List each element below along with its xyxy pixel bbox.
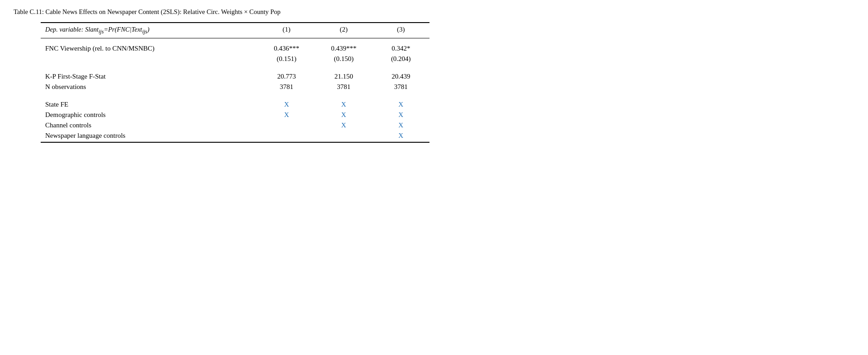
newspaper-lang-controls-row: Newspaper language controls X: [41, 130, 429, 140]
fnc-col1-main: 0.436***: [258, 43, 315, 53]
fnc-viewership-se-label: [41, 53, 258, 64]
header-row: Dep. variable: Slantijs=Pr(FNC|Textijs) …: [41, 23, 429, 38]
n-obs-col3: 3781: [373, 81, 429, 92]
table-caption: Table C.11: Cable News Effects on Newspa…: [14, 8, 854, 16]
spacer-before-fnc: [41, 38, 429, 43]
state-fe-col3: X: [373, 99, 429, 109]
channel-controls-col3: X: [373, 120, 429, 130]
n-obs-row: N observations 3781 3781 3781: [41, 81, 429, 92]
fnc-viewership-se-row: (0.151) (0.150) (0.204): [41, 53, 429, 64]
demo-controls-col3: X: [373, 109, 429, 120]
fnc-viewership-row: FNC Viewership (rel. to CNN/MSNBC) 0.436…: [41, 43, 429, 53]
fnc-col1-se: (0.151): [258, 53, 315, 64]
fnc-col3-main: 0.342*: [373, 43, 429, 53]
stats-table: Dep. variable: Slantijs=Pr(FNC|Textijs) …: [41, 22, 429, 143]
dep-var-colon: :: [81, 26, 84, 33]
demo-controls-label: Demographic controls: [41, 109, 258, 120]
col1-header: (1): [258, 23, 315, 38]
n-obs-col2: 3781: [315, 81, 372, 92]
demo-controls-row: Demographic controls X X X: [41, 109, 429, 120]
page-wrapper: Table C.11: Cable News Effects on Newspa…: [14, 8, 854, 143]
state-fe-row: State FE X X X: [41, 99, 429, 109]
n-obs-label: N observations: [41, 81, 258, 92]
col3-header: (3): [373, 23, 429, 38]
kp-fstat-label: K-P First-Stage F-Stat: [41, 71, 258, 81]
n-obs-col1: 3781: [258, 81, 315, 92]
spacer-after-fnc: [41, 64, 429, 71]
slant-subscript: ijs: [99, 28, 104, 35]
dep-var-cell: Dep. variable: Slantijs=Pr(FNC|Textijs): [41, 23, 258, 38]
dep-var-label: Dep. variable: [45, 26, 81, 33]
fnc-viewership-label: FNC Viewership (rel. to CNN/MSNBC): [41, 43, 258, 53]
text-subscript: ijs: [142, 28, 147, 35]
kp-fstat-col2: 21.150: [315, 71, 372, 81]
newspaper-lang-label: Newspaper language controls: [41, 130, 258, 140]
channel-controls-label: Channel controls: [41, 120, 258, 130]
state-fe-col1: X: [258, 99, 315, 109]
col2-header: (2): [315, 23, 372, 38]
kp-fstat-row: K-P First-Stage F-Stat 20.773 21.150 20.…: [41, 71, 429, 81]
fnc-col2-se: (0.150): [315, 53, 372, 64]
newspaper-lang-col3: X: [373, 130, 429, 140]
newspaper-lang-col2: [315, 130, 372, 140]
fnc-col2-main: 0.439***: [315, 43, 372, 53]
kp-fstat-col3: 20.439: [373, 71, 429, 81]
channel-controls-col2: X: [315, 120, 372, 130]
kp-fstat-col1: 20.773: [258, 71, 315, 81]
spacer-before-controls: [41, 92, 429, 99]
channel-controls-col1: [258, 120, 315, 130]
state-fe-col2: X: [315, 99, 372, 109]
state-fe-label: State FE: [41, 99, 258, 109]
demo-controls-col2: X: [315, 109, 372, 120]
fnc-col3-se: (0.204): [373, 53, 429, 64]
channel-controls-row: Channel controls X X: [41, 120, 429, 130]
demo-controls-col1: X: [258, 109, 315, 120]
newspaper-lang-col1: [258, 130, 315, 140]
bottom-rule-row: [41, 142, 429, 143]
